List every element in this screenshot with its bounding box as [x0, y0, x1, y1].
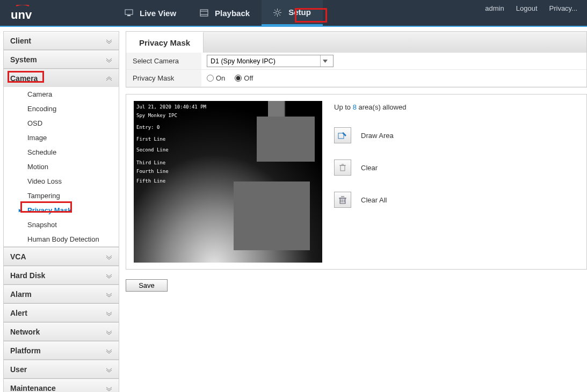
sidebar-section-platform[interactable]: Platform	[4, 342, 119, 359]
mask-tools: Up to 8 area(s) allowed Draw Area Clear …	[334, 101, 579, 263]
select-value: D1 (Spy Monkey IPC)	[211, 57, 276, 65]
section-label: Network	[10, 328, 40, 336]
svg-line-14	[279, 10, 280, 11]
top-bar: unv Live View Playback Setup admin Logou…	[0, 0, 587, 27]
tab-privacymask[interactable]: Privacy Mask	[126, 32, 204, 53]
section-label: Alert	[10, 309, 27, 317]
sidebar-section-network[interactable]: Network	[4, 323, 119, 340]
osd-line3: Third Line	[136, 160, 165, 165]
sidebar-section-system[interactable]: System	[4, 50, 119, 68]
user-area: admin Logout Privacy...	[485, 4, 587, 12]
sidebar-section-alert[interactable]: Alert	[4, 304, 119, 322]
item-label: Camera	[27, 90, 52, 98]
osd-entry: Entry: 0	[136, 125, 160, 130]
privacy-mask-label: Privacy Mask	[126, 70, 201, 86]
item-label: Schedule	[27, 148, 56, 156]
select-camera-dropdown[interactable]: D1 (Spy Monkey IPC)	[207, 55, 334, 67]
privacy-mask-off-radio[interactable]: Off	[235, 74, 253, 82]
chevron-down-icon	[106, 347, 112, 354]
username-label[interactable]: admin	[485, 4, 504, 12]
osd-line4: Fourth Line	[136, 169, 169, 174]
tab-label: Privacy Mask	[139, 38, 190, 47]
svg-rect-2	[127, 15, 131, 16]
sidebar-item-tampering[interactable]: Tampering	[4, 188, 119, 203]
draw-area-label: Draw Area	[361, 132, 394, 140]
osd-line5: Fifth Line	[136, 178, 165, 184]
item-label: Motion	[27, 163, 48, 171]
logout-link[interactable]: Logout	[516, 4, 538, 12]
item-label: Image	[27, 134, 47, 142]
svg-rect-16	[340, 165, 345, 171]
tab-row: Privacy Mask	[126, 31, 587, 53]
form-area: Select Camera D1 (Spy Monkey IPC) Privac…	[126, 53, 587, 88]
privacy-mask-on-radio[interactable]: On	[207, 74, 225, 82]
chevron-down-icon	[106, 366, 112, 373]
mask-area-1[interactable]	[257, 117, 315, 162]
dropdown-arrow-icon	[320, 55, 330, 67]
hint-count: 8	[353, 103, 357, 111]
svg-line-13	[274, 14, 276, 16]
sidebar-item-camera[interactable]: Camera	[4, 87, 119, 101]
sidebar-item-privacymask[interactable]: Privacy Mask	[4, 203, 119, 217]
privacy-link[interactable]: Privacy...	[549, 4, 578, 12]
sidebar-item-motion[interactable]: Motion	[4, 159, 119, 174]
section-label: System	[10, 55, 37, 64]
clear-button[interactable]	[334, 159, 351, 176]
camera-preview[interactable]: Jul 21, 2020 10:40:41 PM Spy Monkey IPC …	[134, 101, 322, 263]
item-label: Human Body Detection	[27, 235, 99, 243]
svg-line-11	[274, 10, 276, 11]
camera-submenu: Camera Encoding OSD Image Schedule Motio…	[4, 87, 119, 246]
nav-label: Setup	[288, 8, 311, 17]
svg-text:unv: unv	[11, 8, 32, 21]
sidebar-item-videoloss[interactable]: Video Loss	[4, 174, 119, 188]
sidebar-item-snapshot[interactable]: Snapshot	[4, 217, 119, 232]
sidebar-item-encoding[interactable]: Encoding	[4, 101, 119, 116]
sidebar-section-vca[interactable]: VCA	[4, 248, 119, 265]
gear-icon	[273, 9, 282, 16]
section-label: Client	[10, 37, 31, 45]
chevron-down-icon	[106, 291, 112, 297]
svg-line-12	[279, 14, 280, 16]
section-label: User	[10, 365, 27, 374]
chevron-down-icon	[106, 38, 112, 44]
hint-suffix: area(s) allowed	[357, 103, 407, 111]
draw-area-button[interactable]	[334, 127, 351, 143]
sidebar-section-alarm[interactable]: Alarm	[4, 285, 119, 303]
sidebar-section-maintenance[interactable]: Maintenance	[4, 379, 119, 392]
sidebar-section-harddisk[interactable]: Hard Disk	[4, 266, 119, 284]
sidebar: Client System Camera Camera Encoding OSD…	[0, 27, 122, 392]
clear-all-label: Clear All	[361, 196, 387, 204]
save-button[interactable]: Save	[126, 279, 168, 292]
item-label: Video Loss	[27, 177, 62, 185]
sidebar-item-schedule[interactable]: Schedule	[4, 145, 119, 159]
hint-prefix: Up to	[334, 103, 353, 111]
osd-line2: Second Line	[136, 147, 169, 153]
areas-allowed-hint: Up to 8 area(s) allowed	[334, 103, 579, 111]
nav-setup[interactable]: Setup	[262, 0, 323, 26]
chevron-down-icon	[106, 385, 112, 391]
chevron-down-icon	[106, 329, 112, 335]
mask-area-2[interactable]	[234, 182, 310, 250]
nav-playback[interactable]: Playback	[188, 0, 262, 26]
clear-all-button[interactable]	[334, 192, 351, 208]
radio-label: On	[216, 74, 225, 82]
nav-label: Playback	[215, 9, 250, 18]
sidebar-item-osd[interactable]: OSD	[4, 116, 119, 130]
item-label: Snapshot	[27, 221, 57, 229]
osd-line1: First Line	[136, 136, 165, 142]
top-nav: Live View Playback Setup	[113, 0, 323, 26]
svg-rect-1	[125, 10, 133, 14]
content-area: Privacy Mask Select Camera D1 (Spy Monke…	[122, 27, 587, 392]
sidebar-section-user[interactable]: User	[4, 360, 119, 378]
monitor-icon	[125, 9, 133, 17]
select-camera-label: Select Camera	[126, 53, 201, 69]
item-label: Privacy Mask	[27, 206, 71, 214]
sidebar-item-humanbody[interactable]: Human Body Detection	[4, 232, 119, 246]
sidebar-section-camera[interactable]: Camera	[4, 69, 119, 87]
sidebar-item-image[interactable]: Image	[4, 130, 119, 145]
section-label: Camera	[10, 74, 38, 83]
item-label: Encoding	[27, 105, 56, 113]
sidebar-section-client[interactable]: Client	[4, 32, 119, 49]
nav-live-view[interactable]: Live View	[113, 0, 188, 26]
osd-timestamp: Jul 21, 2020 10:40:41 PM	[136, 104, 206, 110]
